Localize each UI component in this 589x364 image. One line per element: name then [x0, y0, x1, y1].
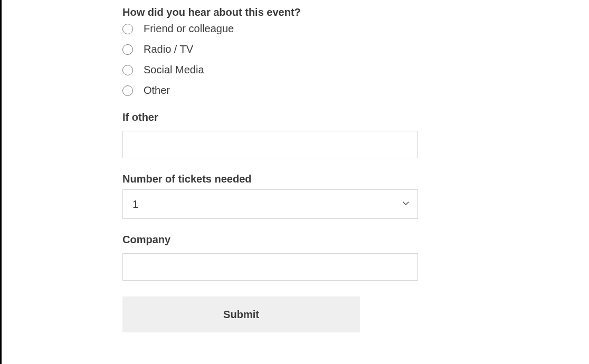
if-other-label: If other [122, 111, 418, 123]
company-label: Company [122, 234, 418, 246]
radio-other[interactable] [122, 85, 133, 96]
hear-about-radio-group: Friend or colleague Radio / TV Social Me… [122, 23, 418, 97]
radio-option-social: Social Media [122, 64, 418, 76]
left-border [0, 0, 2, 364]
radio-option-other: Other [122, 84, 418, 97]
company-input[interactable] [122, 253, 418, 281]
tickets-label: Number of tickets needed [122, 173, 418, 185]
submit-button[interactable]: Submit [122, 296, 360, 332]
radio-other-label[interactable]: Other [144, 84, 170, 97]
form-container: How did you hear about this event? Frien… [122, 0, 418, 332]
tickets-select[interactable]: 1 [122, 189, 418, 219]
radio-social-label[interactable]: Social Media [144, 64, 204, 76]
radio-radiotv[interactable] [122, 44, 133, 55]
radio-option-friend: Friend or colleague [122, 23, 418, 35]
radio-social[interactable] [122, 65, 133, 75]
tickets-field: Number of tickets needed 1 [122, 173, 418, 219]
if-other-input[interactable] [122, 131, 418, 158]
company-field: Company [122, 234, 418, 281]
hear-about-label: How did you hear about this event? [122, 6, 418, 18]
tickets-select-wrapper: 1 [122, 189, 418, 219]
hear-about-field: How did you hear about this event? Frien… [122, 6, 418, 97]
radio-friend[interactable] [122, 24, 133, 34]
radio-radiotv-label[interactable]: Radio / TV [144, 43, 193, 55]
radio-option-radiotv: Radio / TV [122, 43, 418, 55]
radio-friend-label[interactable]: Friend or colleague [144, 23, 234, 35]
if-other-field: If other [122, 111, 418, 158]
